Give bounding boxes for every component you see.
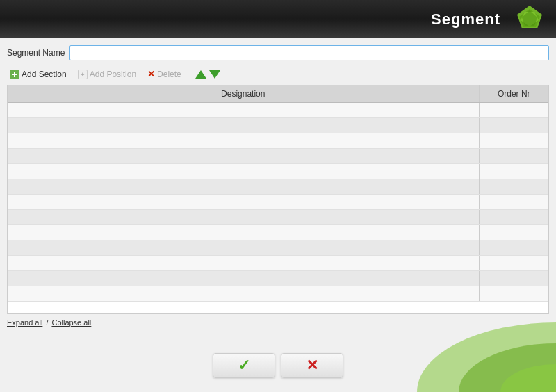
segment-name-row: Segment Name xyxy=(7,45,549,60)
cell-order-nr xyxy=(479,256,548,271)
cross-icon: ✕ xyxy=(306,357,318,375)
cell-designation xyxy=(8,195,479,210)
cell-order-nr xyxy=(479,118,548,133)
table-row[interactable] xyxy=(8,118,548,133)
cell-order-nr xyxy=(479,149,548,164)
main-content: Segment Name Add Section + Add Position … xyxy=(0,38,556,392)
table-row[interactable] xyxy=(8,103,548,118)
header: Segment xyxy=(0,0,556,38)
toolbar: Add Section + Add Position ✕ Delete xyxy=(7,67,549,81)
cell-order-nr xyxy=(479,164,548,179)
segment-name-label: Segment Name xyxy=(7,48,70,58)
page-title: Segment xyxy=(431,10,500,28)
table-row[interactable] xyxy=(8,286,548,302)
move-up-button[interactable] xyxy=(195,70,206,79)
confirm-button[interactable]: ✓ xyxy=(213,353,275,378)
cell-order-nr xyxy=(479,271,548,286)
cell-designation xyxy=(8,103,479,118)
add-section-label: Add Section xyxy=(22,70,67,79)
add-section-icon xyxy=(10,70,19,79)
footer-actions: ✓ ✕ xyxy=(213,353,343,378)
cell-order-nr xyxy=(479,133,548,149)
table-row[interactable] xyxy=(8,256,548,271)
bottom-links: Expand all / Collapse all xyxy=(7,318,549,327)
cell-designation xyxy=(8,118,479,133)
add-position-label: Add Position xyxy=(90,70,136,79)
table-row[interactable] xyxy=(8,133,548,149)
table-row[interactable] xyxy=(8,149,548,164)
cell-order-nr xyxy=(479,103,548,118)
check-icon: ✓ xyxy=(238,357,250,375)
expand-all-button[interactable]: Expand all xyxy=(7,318,42,327)
cell-designation xyxy=(8,133,479,149)
cell-order-nr xyxy=(479,240,548,256)
table-row[interactable] xyxy=(8,164,548,179)
cell-designation xyxy=(8,149,479,164)
delete-button[interactable]: ✕ Delete xyxy=(145,67,184,81)
table-row[interactable] xyxy=(8,271,548,286)
table-row[interactable] xyxy=(8,179,548,195)
cell-order-nr xyxy=(479,225,548,240)
add-section-button[interactable]: Add Section xyxy=(7,68,70,81)
cancel-button[interactable]: ✕ xyxy=(281,353,343,378)
cell-designation xyxy=(8,286,479,302)
table-row[interactable] xyxy=(8,240,548,256)
col-header-designation: Designation xyxy=(8,85,479,103)
cell-order-nr xyxy=(479,179,548,195)
cell-designation xyxy=(8,210,479,225)
col-header-order-nr: Order Nr xyxy=(479,85,548,103)
table-row[interactable] xyxy=(8,195,548,210)
move-down-button[interactable] xyxy=(209,70,220,79)
cell-order-nr xyxy=(479,195,548,210)
delete-label: Delete xyxy=(157,70,181,79)
svg-point-6 xyxy=(500,364,556,392)
collapse-all-button[interactable]: Collapse all xyxy=(51,318,91,327)
table-row[interactable] xyxy=(8,210,548,225)
green-decoration xyxy=(361,302,556,392)
add-position-button[interactable]: + Add Position xyxy=(75,68,139,81)
data-table-container: Designation Order Nr xyxy=(7,85,549,314)
links-separator: / xyxy=(46,318,48,327)
cell-designation xyxy=(8,240,479,256)
delete-icon: ✕ xyxy=(147,69,155,79)
data-table: Designation Order Nr xyxy=(8,85,548,302)
cell-designation xyxy=(8,256,479,271)
cell-order-nr xyxy=(479,286,548,302)
svg-point-4 xyxy=(417,322,556,392)
add-position-icon: + xyxy=(78,70,88,79)
cell-designation xyxy=(8,225,479,240)
table-row[interactable] xyxy=(8,225,548,240)
cell-designation xyxy=(8,179,479,195)
segment-name-input[interactable] xyxy=(70,45,549,60)
app-logo xyxy=(511,2,549,37)
cell-designation xyxy=(8,164,479,179)
cell-order-nr xyxy=(479,210,548,225)
svg-point-5 xyxy=(459,343,556,392)
cell-designation xyxy=(8,271,479,286)
